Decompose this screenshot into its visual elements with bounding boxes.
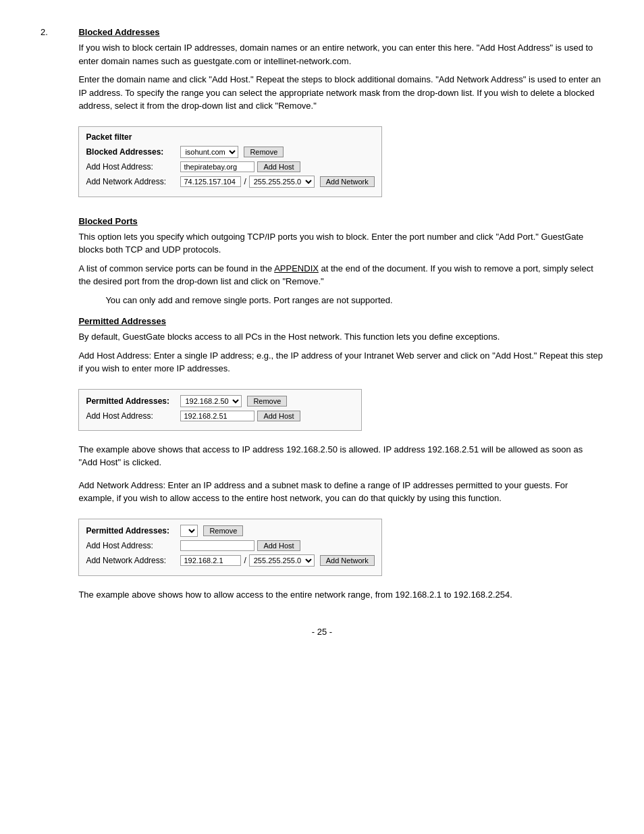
add-network-address-row: Add Network Address: / 255.255.255.0 Add… [86, 176, 374, 188]
blocked-addresses-title: Blocked Addresses [78, 27, 603, 37]
permitted-add-host-label1: Add Host Address: [86, 411, 180, 421]
page-number: - 25 - [41, 627, 603, 637]
slash-separator2: / [244, 556, 246, 565]
packet-filter-blocked: Packet filter Blocked Addresses: isohunt… [78, 126, 381, 197]
permitted-addresses-para1: By default, GuestGate blocks access to a… [78, 330, 603, 344]
remove-permitted-address-button1[interactable]: Remove [247, 396, 287, 407]
blocked-ports-note: You can only add and remove single ports… [78, 294, 603, 307]
permitted-add-network-input[interactable] [180, 555, 241, 566]
permitted-network-mask-select[interactable]: 255.255.255.0 [249, 554, 315, 567]
add-host-address-label: Add Host Address: [86, 162, 180, 172]
appendix-link[interactable]: APPENDIX [274, 263, 319, 273]
packet-filter-title: Packet filter [86, 132, 374, 142]
blocked-addresses-label: Blocked Addresses: [86, 147, 180, 157]
permitted-addresses-para2: Add Host Address: Enter a single IP addr… [78, 349, 603, 375]
slash-separator: / [244, 177, 246, 186]
permitted-add-host-label2: Add Host Address: [86, 541, 180, 550]
blocked-addresses-para2: Enter the domain name and click "Add Hos… [78, 73, 603, 113]
remove-permitted-address-button2[interactable]: Remove [203, 525, 243, 536]
remove-blocked-address-button[interactable]: Remove [244, 147, 284, 157]
blocked-ports-title: Blocked Ports [78, 216, 603, 226]
add-network-address-input[interactable] [180, 176, 241, 187]
add-host-address-row: Add Host Address: Add Host [86, 161, 374, 172]
packet-filter-permitted-1: Permitted Addresses: 192.168.2.50 Remove… [78, 389, 362, 431]
add-host-address-input[interactable] [180, 161, 254, 172]
permitted-add-network-row: Add Network Address: / 255.255.255.0 Add… [86, 554, 374, 567]
permitted-addresses-select1[interactable]: 192.168.2.50 [180, 395, 242, 407]
add-network-address-label: Add Network Address: [86, 177, 180, 186]
permitted-add-network-button[interactable]: Add Network [320, 555, 375, 566]
blocked-ports-para2a: A list of common service ports can be fo… [78, 263, 272, 273]
permitted-add-host-row1: Add Host Address: Add Host [86, 411, 354, 421]
permitted-add-host-button2[interactable]: Add Host [257, 540, 300, 551]
blocked-addresses-para1: If you wish to block certain IP addresse… [78, 41, 603, 68]
blocked-ports-para2: A list of common service ports can be fo… [78, 262, 603, 288]
permitted-add-host-button1[interactable]: Add Host [257, 411, 300, 421]
add-network-button[interactable]: Add Network [320, 176, 375, 187]
permitted-addresses-row2: Permitted Addresses: Remove [86, 525, 374, 537]
blocked-addresses-select[interactable]: isohunt.com [180, 146, 238, 158]
permitted-addresses-title: Permitted Addresses [78, 316, 603, 326]
blocked-addresses-row: Blocked Addresses: isohunt.com Remove [86, 146, 374, 158]
permitted-addresses-select2[interactable] [180, 525, 198, 537]
network-mask-select[interactable]: 255.255.255.0 [249, 176, 315, 188]
section-number: 2. [41, 27, 51, 606]
permitted-add-host-input2[interactable] [180, 540, 254, 551]
permitted-addresses-label2: Permitted Addresses: [86, 526, 180, 536]
permitted-addresses-para3: Add Network Address: Enter an IP address… [78, 479, 603, 505]
permitted-addresses-row1: Permitted Addresses: 192.168.2.50 Remove [86, 395, 354, 407]
add-host-button[interactable]: Add Host [257, 161, 300, 172]
packet-filter-permitted-2: Permitted Addresses: Remove Add Host Add… [78, 519, 381, 576]
permitted-add-host-input1[interactable] [180, 411, 254, 421]
permitted-addresses-label1: Permitted Addresses: [86, 396, 180, 406]
permitted-example1-text: The example above shows that access to I… [78, 443, 603, 469]
permitted-add-network-label: Add Network Address: [86, 556, 180, 565]
permitted-add-host-row2: Add Host Address: Add Host [86, 540, 374, 551]
blocked-ports-para1: This option lets you specify which outgo… [78, 230, 603, 257]
permitted-example2-text: The example above shows how to allow acc… [78, 588, 603, 602]
